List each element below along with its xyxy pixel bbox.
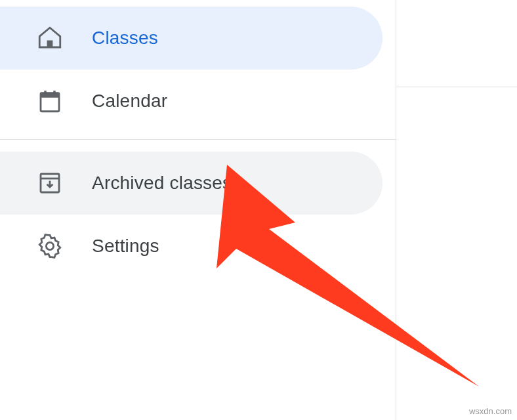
sidebar-item-settings[interactable]: Settings [0, 215, 383, 278]
sidebar-item-archived-classes[interactable]: Archived classes [0, 152, 383, 215]
svg-rect-0 [47, 41, 53, 48]
sidebar: Classes Calendar [0, 0, 396, 420]
nav-section-top: Classes Calendar [0, 0, 396, 139]
sidebar-item-label: Archived classes [92, 173, 232, 194]
svg-rect-2 [41, 93, 59, 98]
home-icon [34, 22, 66, 54]
sidebar-item-classes[interactable]: Classes [0, 7, 383, 70]
gear-icon [34, 230, 66, 262]
sidebar-item-label: Calendar [92, 91, 167, 112]
nav-section-bottom: Archived classes Settings [0, 140, 396, 278]
sidebar-item-label: Settings [92, 236, 159, 257]
watermark: wsxdn.com [469, 406, 512, 416]
svg-point-7 [46, 242, 53, 249]
sidebar-item-label: Classes [92, 28, 158, 49]
sidebar-item-calendar[interactable]: Calendar [0, 70, 383, 133]
calendar-icon [34, 85, 66, 117]
content-divider [396, 87, 517, 87]
content-area [396, 0, 517, 420]
archive-icon [34, 167, 66, 199]
